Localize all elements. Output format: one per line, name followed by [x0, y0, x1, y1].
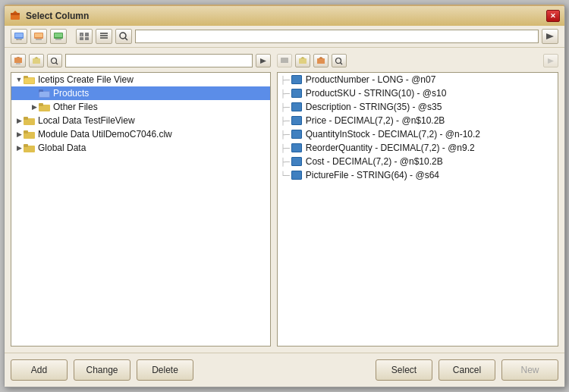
tree-label-otherfiles: Other Files [53, 102, 98, 112]
tree-item-icetips[interactable]: ▼ Icetips Create File View [11, 73, 270, 86]
content-area: ▼ Icetips Create File View [5, 48, 564, 353]
svg-rect-44 [24, 130, 28, 133]
svg-rect-46 [24, 144, 28, 147]
left-tree-panel[interactable]: ▼ Icetips Create File View [11, 72, 271, 347]
svg-rect-35 [24, 78, 34, 83]
expand-icon-localdata[interactable]: ▶ [14, 117, 24, 124]
field-label: Description - STRING(35) - @s35 [306, 102, 442, 112]
tree-item-localdata[interactable]: ▶ Local Data TestFileView [11, 114, 270, 127]
svg-point-52 [335, 58, 341, 63]
close-button[interactable]: ✕ [546, 10, 560, 22]
field-item[interactable]: ├─Price - DECIMAL(7,2) - @n$10.2B [278, 114, 558, 127]
svg-rect-1 [11, 13, 20, 15]
tree-item-globaldata[interactable]: ▶ Global Data [11, 141, 270, 155]
toolbar-btn-4[interactable]: + [76, 29, 93, 44]
field-label: Price - DECIMAL(7,2) - @n$10.2B [306, 115, 445, 126]
svg-rect-47 [281, 58, 288, 63]
left-btn-2[interactable] [29, 54, 44, 67]
toolbar-btn-5[interactable] [96, 29, 112, 44]
field-type-icon [291, 89, 302, 98]
field-type-icon [291, 171, 302, 180]
expand-icon-globaldata[interactable]: ▶ [14, 144, 24, 152]
svg-line-23 [125, 38, 127, 40]
window-controls: ✕ [546, 10, 560, 22]
folder-icon-otherfiles [39, 102, 51, 112]
svg-point-22 [120, 33, 126, 39]
left-btn-1[interactable] [11, 54, 26, 67]
select-column-window: Select Column ✕ [4, 5, 565, 387]
field-label: Cost - DECIMAL(7,2) - @n$10.2B [306, 156, 443, 167]
toolbar-btn-1[interactable] [11, 29, 27, 44]
field-type-icon [291, 102, 302, 111]
button-row: Add Change Delete Select Cancel New [5, 353, 564, 387]
field-type-icon [291, 143, 302, 152]
svg-marker-24 [546, 33, 554, 39]
right-panel-btn-4[interactable] [332, 54, 347, 67]
right-panel-btn-1[interactable] [277, 54, 292, 67]
svg-point-30 [52, 58, 57, 63]
cancel-button[interactable]: Cancel [439, 359, 495, 381]
folder-open-icon [24, 74, 36, 85]
tree-item-moduledata[interactable]: ▶ Module Data UtilDemoC7046.clw [11, 127, 270, 141]
delete-button[interactable]: Delete [137, 359, 193, 381]
svg-rect-38 [39, 92, 49, 97]
expand-icon-icetips[interactable]: ▼ [14, 76, 24, 83]
expand-icon-otherfiles[interactable]: ▶ [30, 103, 39, 111]
main-toolbar: + [5, 26, 564, 48]
field-type-icon [291, 116, 302, 125]
tree-label-localdata: Local Data TestFileView [38, 115, 135, 126]
svg-rect-28 [33, 58, 40, 64]
add-button[interactable]: Add [11, 359, 68, 381]
left-search-input[interactable] [135, 30, 539, 43]
right-panel-btn-2[interactable] [295, 54, 310, 67]
field-item[interactable]: ├─Cost - DECIMAL(7,2) - @n$10.2B [278, 155, 558, 168]
right-toolbar-search[interactable] [65, 54, 253, 67]
folder-icon-globaldata [24, 143, 36, 153]
field-item[interactable]: ├─Description - STRING(35) - @s35 [278, 100, 558, 114]
svg-rect-42 [24, 117, 28, 120]
toolbar-btn-2[interactable] [30, 29, 47, 44]
svg-rect-17 [85, 37, 89, 40]
toolbar-btn-arrow[interactable] [542, 29, 558, 44]
tree-label-moduledata: Module Data UtilDemoC7046.clw [38, 129, 172, 140]
expand-icon-moduledata[interactable]: ▶ [14, 130, 24, 138]
field-item[interactable]: ├─ProductNumber - LONG - @n07 [278, 73, 558, 86]
toolbar-btn-3[interactable] [50, 29, 67, 44]
field-label: PictureFile - STRING(64) - @s64 [306, 170, 439, 180]
left-panel-arrow[interactable] [256, 54, 271, 67]
change-button[interactable]: Change [74, 359, 130, 381]
right-panel-btn-3[interactable] [313, 54, 329, 67]
svg-line-31 [56, 62, 58, 64]
tree-connector: ├─ [281, 117, 290, 125]
tree-item-otherfiles[interactable]: ▶ Other Files [11, 100, 270, 114]
field-item[interactable]: ├─QuantityInStock - DECIMAL(7,2) - @n-10… [278, 127, 558, 141]
svg-rect-50 [317, 58, 325, 64]
toolbar-btn-6[interactable] [115, 29, 132, 44]
left-panel-toolbar [11, 54, 271, 67]
window-icon [9, 10, 21, 22]
left-btn-3[interactable] [47, 54, 62, 67]
folder-icon-localdata [24, 115, 36, 126]
right-panel-arrow[interactable] [543, 54, 558, 67]
right-fields-panel[interactable]: ├─ProductNumber - LONG - @n07├─ProductSK… [277, 72, 558, 347]
field-item[interactable]: ├─ReorderQuantity - DECIMAL(7,2) - @n9.2 [278, 141, 558, 155]
tree-item-products[interactable]: Products [11, 86, 270, 100]
new-button[interactable]: New [501, 359, 558, 381]
svg-rect-48 [299, 58, 307, 64]
field-item[interactable]: └─PictureFile - STRING(64) - @s64 [278, 168, 558, 182]
title-bar: Select Column ✕ [5, 6, 564, 26]
svg-marker-26 [16, 57, 20, 58]
select-button[interactable]: Select [376, 359, 432, 381]
tree-label-globaldata: Global Data [38, 143, 86, 153]
field-label: QuantityInStock - DECIMAL(7,2) - @n-10.2 [306, 129, 480, 140]
tree-label-products: Products [53, 88, 89, 99]
field-label: ProductSKU - STRING(10) - @s10 [306, 88, 447, 99]
field-type-icon [291, 130, 302, 139]
tree-connector: └─ [281, 171, 290, 180]
svg-marker-32 [260, 58, 266, 64]
tree-connector: ├─ [281, 158, 290, 166]
svg-marker-29 [34, 57, 39, 58]
right-buttons: Select Cancel New [376, 359, 558, 381]
field-item[interactable]: ├─ProductSKU - STRING(10) - @s10 [278, 86, 558, 100]
field-label: ReorderQuantity - DECIMAL(7,2) - @n9.2 [306, 143, 475, 153]
